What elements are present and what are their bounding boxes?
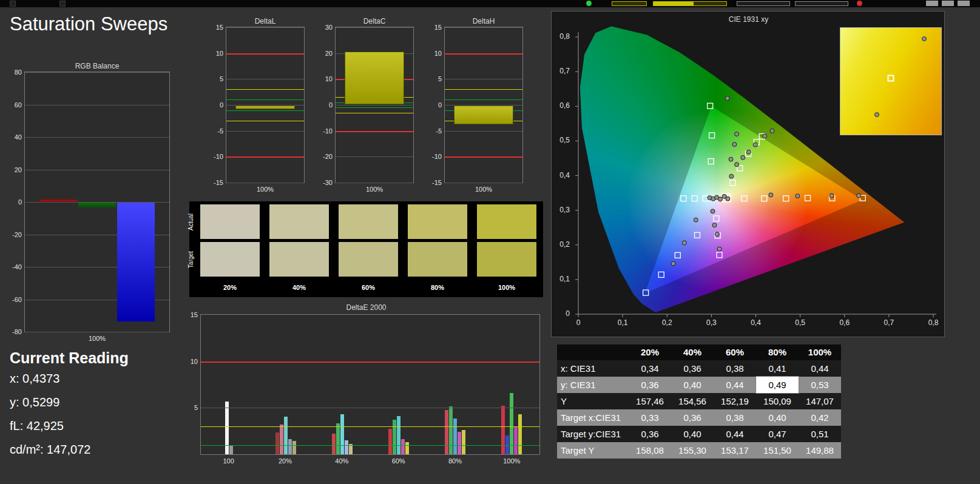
deltae-bar: [336, 423, 340, 454]
cie-y-tick-label: 0,7: [554, 67, 570, 75]
deltae-bar: [225, 402, 229, 454]
table-cell[interactable]: 0,36: [671, 409, 714, 426]
gridline: [226, 27, 304, 28]
title-bar: [0, 0, 980, 7]
swatch-col-label: 60%: [339, 284, 398, 291]
table-cell[interactable]: 0,41: [756, 360, 799, 377]
app-icon[interactable]: [10, 1, 16, 7]
status-dot-icon: [586, 1, 592, 6]
reading-fl: fL: 42,925: [10, 414, 129, 438]
table-cell[interactable]: 0,49: [756, 377, 799, 393]
table-row-label: Target Y: [557, 442, 629, 459]
gridline: [336, 183, 413, 183]
table-cell[interactable]: 152,19: [714, 393, 756, 409]
table-cell[interactable]: 151,50: [756, 442, 799, 459]
gridline: [336, 27, 413, 28]
table-cell[interactable]: 150,09: [756, 393, 799, 409]
deltae-group: [483, 315, 539, 454]
delta-l-title: DeltaL: [226, 17, 305, 25]
cie-table: 20%40%60%80%100% x: CIE310,340,360,380,4…: [557, 345, 841, 459]
table-cell[interactable]: 149,88: [799, 442, 841, 459]
toolbar-segment-3[interactable]: [737, 1, 790, 6]
toolbar-segment-2[interactable]: [653, 1, 727, 6]
window-button-1[interactable]: [926, 1, 938, 6]
delta-bar: [345, 52, 404, 104]
deltae-bar: [292, 441, 296, 454]
table-cell[interactable]: 0,40: [671, 426, 714, 442]
table-cell[interactable]: 153,17: [714, 442, 756, 459]
record-dot-icon: [857, 1, 862, 6]
cie-measured-marker: [682, 241, 686, 245]
y-tick-label: 0: [329, 101, 333, 109]
table-cell[interactable]: 0,42: [799, 409, 841, 426]
cie-x-tick-label: 0,1: [613, 318, 632, 327]
table-cell[interactable]: 157,46: [629, 393, 671, 409]
x-tick-label: 40%: [314, 457, 370, 465]
y-tick-label: -40: [12, 263, 22, 271]
toolbar-segment-4[interactable]: [795, 1, 848, 6]
deltae-bar: [449, 406, 453, 454]
cie-target-marker: [783, 196, 789, 201]
swatch-col-label: 100%: [477, 284, 536, 291]
swatch-actual: [200, 204, 260, 239]
y-tick-label: 10: [434, 50, 442, 57]
red-tolerance-line: [226, 53, 304, 55]
cie-measured-marker: [671, 261, 675, 266]
x-tick-label: 60%: [370, 457, 427, 465]
gridline: [25, 170, 169, 170]
delta-plot-0: 151050-5-10-15: [226, 27, 305, 183]
cie-measured-marker: [717, 247, 721, 251]
table-cell[interactable]: 0,47: [756, 426, 799, 442]
deltae-bar: [397, 416, 400, 454]
y-tick-label: -5: [436, 127, 442, 135]
table-cell[interactable]: 0,53: [799, 377, 841, 393]
table-cell[interactable]: 147,07: [799, 393, 841, 409]
table-cell[interactable]: 0,36: [629, 377, 671, 393]
x-tick-label: 100%: [484, 457, 540, 465]
deltae-group: [427, 315, 483, 454]
y-tick-label: 30: [325, 24, 333, 31]
table-cell[interactable]: 0,40: [756, 409, 799, 426]
cie-measured-marker: [725, 96, 729, 101]
gridline: [226, 183, 304, 183]
swatch-row-label-target: Target: [188, 251, 194, 268]
cie-y-tick-label: 0,1: [554, 275, 570, 283]
table-cell[interactable]: 154,56: [671, 393, 714, 409]
window-button-3[interactable]: [958, 1, 970, 6]
cie-x-tick-label: 0,5: [791, 318, 809, 327]
table-cell[interactable]: 0,36: [671, 360, 714, 377]
table-cell[interactable]: 155,30: [671, 442, 714, 459]
tab-icon[interactable]: [59, 1, 66, 7]
table-cell[interactable]: 0,34: [629, 360, 671, 377]
green-tolerance-line: [336, 107, 413, 108]
table-cell[interactable]: 0,38: [714, 360, 756, 377]
reading-x: x: 0,4373: [10, 367, 129, 391]
table-cell[interactable]: 158,08: [629, 442, 671, 459]
deltae-bar: [284, 417, 288, 454]
table-header-cell: 80%: [756, 345, 799, 360]
y-tick-label: -20: [12, 231, 22, 238]
toolbar-segment-1[interactable]: [612, 1, 647, 6]
table-cell[interactable]: 0,36: [629, 426, 671, 442]
cie-target-marker: [805, 195, 811, 201]
cie-x-tick-label: 0,3: [702, 318, 720, 327]
cie-x-tick-label: 0,4: [747, 318, 765, 327]
table-cell[interactable]: 0,44: [714, 377, 756, 393]
window-button-2[interactable]: [942, 1, 954, 6]
deltae-bar: [340, 414, 344, 455]
table-cell[interactable]: 0,44: [714, 426, 756, 442]
table-row: Target y:CIE310,360,400,440,470,51: [557, 426, 841, 442]
table-cell[interactable]: 0,51: [799, 426, 841, 442]
gridline: [336, 105, 413, 106]
deltae-bar: [280, 425, 283, 454]
table-cell[interactable]: 0,44: [799, 360, 841, 377]
rgb-balance-title: RGB Balance: [24, 62, 170, 70]
y-tick-label: 0: [18, 198, 22, 206]
table-cell[interactable]: 0,38: [714, 409, 756, 426]
y-tick-label: 10: [325, 75, 333, 82]
gridline: [445, 131, 522, 132]
swatch-row-label-actual: Actual: [188, 213, 194, 230]
cie-x-tick-label: 0,8: [924, 318, 942, 327]
table-cell[interactable]: 0,40: [671, 377, 714, 393]
table-cell[interactable]: 0,33: [629, 409, 671, 426]
